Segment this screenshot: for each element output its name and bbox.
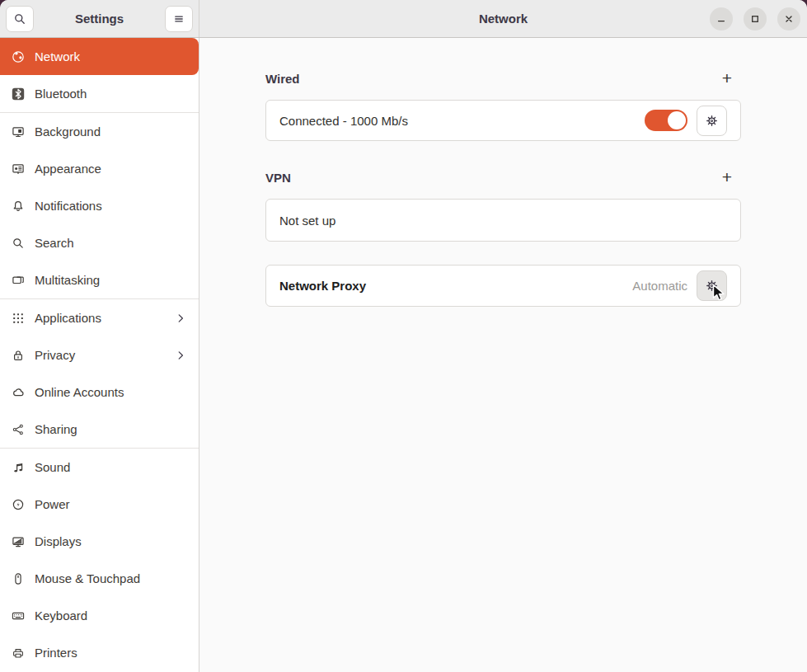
chevron-right-icon <box>174 349 187 362</box>
share-icon <box>12 423 25 436</box>
sidebar-item-label: Notifications <box>35 199 102 213</box>
keyboard-icon <box>12 609 25 623</box>
wired-settings-button[interactable] <box>697 106 727 136</box>
sidebar-item-privacy[interactable]: Privacy <box>0 336 199 374</box>
proxy-title: Network Proxy <box>279 279 366 293</box>
hamburger-icon <box>172 12 185 26</box>
sidebar-item-mouse-touchpad[interactable]: Mouse & Touchpad <box>0 560 199 597</box>
vpn-section-title: VPN <box>265 171 291 185</box>
appearance-icon <box>12 162 25 176</box>
maximize-icon <box>748 12 762 26</box>
window-body: Network Bluetooth Background Appeara <box>0 38 807 672</box>
sidebar-item-appearance[interactable]: Appearance <box>0 150 199 187</box>
sidebar-item-label: Sound <box>35 460 70 474</box>
mouse-icon <box>12 572 25 585</box>
sidebar-item-label: Multitasking <box>35 273 100 287</box>
add-vpn-button[interactable]: + <box>722 171 741 184</box>
sidebar-item-label: Appearance <box>35 162 101 176</box>
globe-icon <box>12 50 25 63</box>
sidebar-item-label: Privacy <box>35 348 75 362</box>
sidebar-item-multitasking[interactable]: Multitasking <box>0 261 199 298</box>
bell-icon <box>12 200 25 213</box>
wired-status-label: Connected - 1000 Mb/s <box>279 114 408 128</box>
sidebar-item-background[interactable]: Background <box>0 113 199 150</box>
power-icon <box>12 498 25 511</box>
settings-window: Settings Network <box>0 0 807 672</box>
sidebar-item-notifications[interactable]: Notifications <box>0 187 199 224</box>
wired-section-header: Wired + <box>265 71 741 86</box>
sidebar-item-label: Network <box>35 49 80 63</box>
app-grid-icon <box>12 312 25 325</box>
proxy-settings-button[interactable] <box>697 270 727 301</box>
close-icon <box>782 12 795 26</box>
sidebar-item-printers[interactable]: Printers <box>0 634 199 671</box>
sidebar-item-label: Displays <box>35 534 82 548</box>
titlebar: Settings Network <box>0 0 807 38</box>
sidebar-item-label: Power <box>35 497 70 511</box>
vpn-status-label: Not set up <box>279 214 335 228</box>
sidebar-item-online-accounts[interactable]: Online Accounts <box>0 374 199 411</box>
printer-icon <box>12 646 25 660</box>
toggle-knob <box>668 111 686 129</box>
wired-toggle[interactable] <box>645 110 687 131</box>
sidebar-header: Settings <box>0 0 199 37</box>
sidebar-item-displays[interactable]: Displays <box>0 523 199 560</box>
sidebar-item-label: Applications <box>35 311 101 325</box>
menu-button[interactable] <box>165 6 193 32</box>
wired-section-title: Wired <box>265 72 300 86</box>
sidebar-item-label: Sharing <box>35 422 77 436</box>
magnifier-icon <box>12 237 25 250</box>
close-button[interactable] <box>777 7 800 31</box>
network-proxy-row: Network Proxy Automatic <box>265 265 741 307</box>
sidebar-item-label: Mouse & Touchpad <box>35 571 140 585</box>
sidebar-item-search[interactable]: Search <box>0 224 199 261</box>
page-title: Network <box>479 12 528 26</box>
sidebar-item-label: Printers <box>35 646 77 660</box>
sidebar-item-bluetooth[interactable]: Bluetooth <box>0 75 199 112</box>
sidebar-item-label: Background <box>35 125 101 139</box>
lock-icon <box>12 349 25 362</box>
chevron-right-icon <box>174 312 187 325</box>
search-button[interactable] <box>6 6 34 32</box>
app-title: Settings <box>75 12 124 26</box>
sidebar-item-keyboard[interactable]: Keyboard <box>0 597 199 634</box>
bluetooth-icon <box>12 87 25 101</box>
background-icon <box>12 125 25 139</box>
sidebar-item-power[interactable]: Power <box>0 486 199 523</box>
sidebar-item-label: Online Accounts <box>35 385 124 399</box>
window-controls <box>710 7 800 31</box>
sidebar-item-label: Bluetooth <box>35 87 87 101</box>
maximize-button[interactable] <box>744 7 767 31</box>
music-note-icon <box>12 461 25 474</box>
minimize-icon <box>715 12 728 26</box>
sidebar-item-sharing[interactable]: Sharing <box>0 411 199 448</box>
content-header: Network <box>199 0 807 37</box>
cloud-icon <box>12 386 25 399</box>
sidebar: Network Bluetooth Background Appeara <box>0 38 199 672</box>
minimize-button[interactable] <box>710 7 733 31</box>
display-icon <box>12 535 25 548</box>
sidebar-item-applications[interactable]: Applications <box>0 299 199 336</box>
gear-icon <box>705 279 719 293</box>
add-wired-connection-button[interactable]: + <box>722 72 741 85</box>
windows-icon <box>12 274 25 287</box>
proxy-mode-value: Automatic <box>632 279 687 293</box>
wired-connection-row: Connected - 1000 Mb/s <box>265 100 741 141</box>
sidebar-item-label: Keyboard <box>35 609 87 623</box>
sidebar-item-label: Search <box>35 236 74 250</box>
search-icon <box>13 12 26 26</box>
network-panel: Wired + Connected - 1000 Mb/s <box>199 38 807 672</box>
sidebar-item-network[interactable]: Network <box>0 38 199 75</box>
sidebar-item-sound[interactable]: Sound <box>0 449 199 486</box>
gear-icon <box>705 114 719 128</box>
vpn-row: Not set up <box>265 199 741 242</box>
vpn-section-header: VPN + <box>265 170 741 185</box>
